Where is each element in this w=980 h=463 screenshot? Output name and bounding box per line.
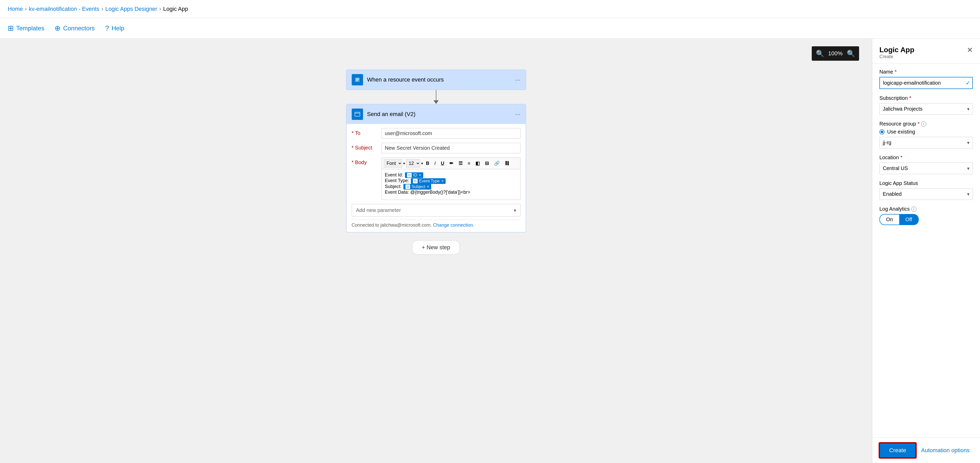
font-select[interactable]: Font (384, 159, 402, 167)
name-required: * (894, 69, 897, 75)
italic-button[interactable]: I (433, 160, 438, 167)
subscription-dropdown[interactable]: Jalichwa Projects ▾ (880, 103, 973, 115)
bold-button[interactable]: B (424, 160, 431, 167)
name-input[interactable] (880, 77, 973, 89)
pen-button[interactable]: ✏ (447, 160, 455, 167)
subject-label: * Subject (352, 143, 377, 151)
panel-title: Logic App (880, 46, 915, 54)
panel-close-button[interactable]: ✕ (967, 46, 973, 54)
subject-chip-label: Subject (412, 185, 425, 189)
create-button[interactable]: Create (880, 443, 916, 458)
right-panel: Logic App Create ✕ Name * ✓ Subscri (872, 38, 980, 463)
change-connection-link[interactable]: Change connection. (433, 223, 474, 228)
panel-subtitle: Create (880, 54, 915, 59)
breadcrumb-designer[interactable]: Logic Apps Designer (105, 6, 157, 12)
subject-chip: ⊡ Subject × (403, 184, 431, 189)
rg-info-icon[interactable]: i (921, 121, 926, 127)
name-check-icon: ✓ (966, 80, 970, 86)
trigger-block: When a resource event occurs ··· (346, 70, 526, 90)
zoom-out-button[interactable]: 🔍 (816, 49, 824, 57)
panel-body: Name * ✓ Subscription * Jalichwa Project… (872, 64, 980, 438)
action-more-button[interactable]: ··· (515, 111, 520, 118)
subject-prefix: Subject: (385, 184, 402, 189)
subscription-field: Subscription * Jalichwa Projects ▾ (880, 95, 973, 115)
event-type-chip: ⊡ Event Type × (411, 178, 445, 184)
breadcrumb-home[interactable]: Home (8, 6, 23, 12)
add-param-placeholder: Add new parameter (356, 207, 401, 213)
subject-chip-close[interactable]: × (427, 185, 429, 189)
flow-container: When a resource event occurs ··· Se (346, 70, 526, 255)
status-dropdown[interactable]: Enabled ▾ (880, 188, 973, 200)
subscription-arrow: ▾ (967, 106, 969, 112)
log-on-button[interactable]: On (880, 215, 899, 224)
unlink-button[interactable]: ⛓ (503, 160, 511, 167)
underline-button[interactable]: U (439, 160, 446, 167)
list-unordered-button[interactable]: ☰ (457, 160, 465, 167)
align-left-button[interactable]: ◧ (473, 160, 482, 167)
connected-info: Connected to jalichwa@microsoft.com. Cha… (352, 220, 520, 228)
body-field-row: * Body Font ▾ 12 ▾ B (352, 158, 520, 200)
to-field-row: * To (352, 128, 520, 138)
help-icon: ? (105, 24, 109, 32)
help-button[interactable]: ? Help (105, 24, 124, 32)
panel-header: Logic App Create ✕ (872, 38, 980, 64)
event-data-line: Event Data: @{triggerBody()?['data']}<br… (385, 189, 517, 195)
to-label: * To (352, 128, 377, 136)
list-ordered-button[interactable]: ≡ (466, 160, 473, 167)
size-select[interactable]: 12 (406, 159, 420, 167)
status-label: Logic App Status (880, 180, 973, 186)
use-existing-option[interactable]: Use existing (880, 129, 973, 135)
breadcrumb-events[interactable]: kv-emailnotification - Events (29, 6, 99, 12)
toolbar: ⊞ Templates ⊕ Connectors ? Help (0, 18, 980, 38)
svg-rect-1 (355, 112, 360, 116)
log-off-button[interactable]: Off (899, 215, 918, 224)
new-step-button[interactable]: + New step (412, 240, 460, 255)
event-type-chip-close[interactable]: × (441, 179, 444, 183)
add-param-row[interactable]: Add new parameter ▾ (352, 204, 520, 216)
zoom-in-button[interactable]: 🔍 (847, 49, 855, 57)
flow-arrow (434, 90, 439, 104)
location-field: Location * Central US ▾ (880, 154, 973, 174)
to-input[interactable] (382, 128, 520, 138)
zoom-controls: 🔍 100% 🔍 (812, 46, 859, 61)
id-chip: ⊡ ID × (405, 172, 423, 178)
subject-input[interactable] (382, 143, 520, 153)
status-value: Enabled (883, 191, 902, 197)
rg-dropdown[interactable]: jj-rg ▾ (880, 137, 973, 148)
connectors-icon: ⊕ (54, 24, 60, 32)
id-chip-label: ID (413, 173, 417, 178)
connectors-button[interactable]: ⊕ Connectors (54, 24, 95, 32)
event-type-chip-icon: ⊡ (413, 179, 418, 183)
resource-group-field: Resource group * i Use existing jj-rg ▾ (880, 121, 973, 148)
zoom-level: 100% (828, 50, 843, 57)
templates-button[interactable]: ⊞ Templates (8, 24, 44, 32)
name-label: Name * (880, 69, 973, 75)
connected-text: Connected to jalichwa@microsoft.com. (352, 223, 432, 228)
automation-options-button[interactable]: Automation options (921, 447, 969, 454)
rg-arrow: ▾ (967, 140, 969, 146)
event-type-line: Event Type: ⊡ Event Type × (385, 178, 517, 184)
connectors-label: Connectors (63, 25, 95, 32)
location-dropdown[interactable]: Central US ▾ (880, 162, 973, 174)
body-editor[interactable]: Event Id: ⊡ ID × Event Type: (382, 169, 520, 200)
log-info-icon[interactable]: i (911, 207, 916, 212)
breadcrumb-current: Logic App (163, 6, 188, 12)
status-field: Logic App Status Enabled ▾ (880, 180, 973, 200)
name-field: Name * ✓ (880, 69, 973, 89)
link-button[interactable]: 🔗 (492, 160, 502, 167)
action-title: Send an email (V2) (367, 111, 415, 118)
use-existing-label: Use existing (887, 129, 915, 135)
body-toolbar: Font ▾ 12 ▾ B I U ✏ (382, 158, 520, 169)
align-center-button[interactable]: ⊟ (483, 160, 491, 167)
canvas[interactable]: 🔍 100% 🔍 When a resource event occurs ··… (0, 38, 872, 463)
subscription-required: * (909, 95, 911, 101)
subscription-label: Subscription * (880, 95, 973, 101)
subject-line: Subject: ⊡ Subject × (385, 184, 517, 189)
event-id-line: Event Id: ⊡ ID × (385, 172, 517, 178)
rg-required: * (918, 121, 920, 127)
log-analytics-label: Log Analytics i (880, 206, 973, 212)
id-chip-close[interactable]: × (419, 173, 421, 178)
resource-group-label: Resource group * i (880, 121, 973, 127)
use-existing-radio[interactable] (880, 129, 885, 135)
trigger-more-button[interactable]: ··· (515, 76, 520, 83)
